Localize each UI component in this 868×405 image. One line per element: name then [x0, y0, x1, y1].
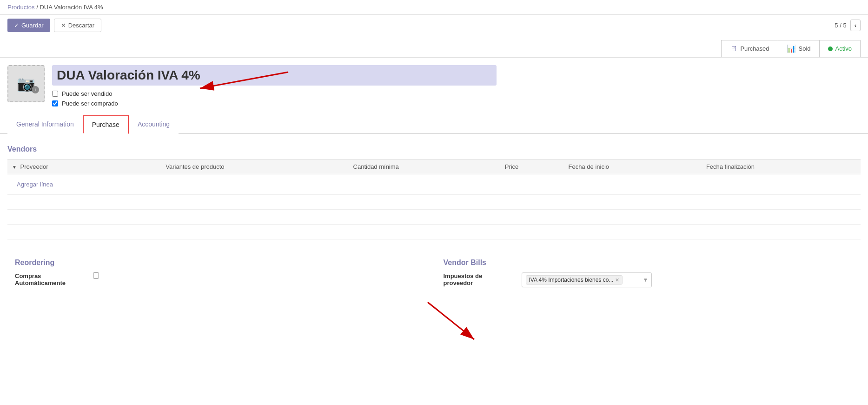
- col-price: Price: [500, 159, 564, 174]
- breadcrumb-current: DUA Valoración IVA 4%: [40, 4, 103, 11]
- vendor-bills-section: Vendor Bills Impuestos deproveedor IVA 4…: [444, 259, 854, 292]
- pagination-label: 5 / 5: [835, 22, 846, 29]
- tab-accounting[interactable]: Accounting: [129, 115, 179, 134]
- col-cantidad-minima: Cantidad mínima: [349, 159, 500, 174]
- col-proveedor: ▼ Proveedor: [7, 159, 161, 174]
- col-variantes: Variantes de producto: [161, 159, 348, 174]
- purchase-tab-content: Vendors ▼ Proveedor Variantes de product…: [0, 134, 868, 303]
- compras-automaticamente-label: ComprasAutomáticamente: [15, 272, 89, 286]
- purchased-stat-button[interactable]: 🖥 Purchased: [721, 40, 777, 57]
- vendors-section: Vendors ▼ Proveedor Variantes de product…: [7, 145, 861, 239]
- stat-buttons-row: 🖥 Purchased 📊 Sold Activo: [0, 36, 868, 58]
- table-row-empty-3: [7, 225, 861, 239]
- check-icon: ✓: [14, 22, 19, 29]
- vendors-section-title: Vendors: [7, 145, 861, 153]
- purchased-icon: 🖥: [730, 45, 737, 53]
- puede-ser-comprado-row: Puede ser comprado: [52, 100, 861, 107]
- product-header: 📷 + Puede ser vendido Puede ser comprado: [0, 58, 868, 110]
- add-line-cell: Agregar línea: [7, 174, 861, 195]
- tag-close-button[interactable]: ✕: [615, 277, 619, 283]
- plus-badge: +: [32, 86, 39, 93]
- breadcrumb-parent[interactable]: Productos: [7, 4, 35, 11]
- tax-tag-label: IVA 4% Importaciones bienes co...: [529, 277, 614, 283]
- reordering-title: Reordering: [15, 259, 425, 267]
- toolbar: ✓ Guardar ✕ Descartar 5 / 5 ‹: [0, 15, 868, 36]
- impuestos-proveedor-input[interactable]: IVA 4% Importaciones bienes co... ✕ ▼: [522, 272, 652, 287]
- puede-ser-comprado-label: Puede ser comprado: [62, 100, 118, 107]
- impuestos-proveedor-row: Impuestos deproveedor IVA 4% Importacion…: [444, 272, 854, 287]
- nav-prev-button[interactable]: ‹: [850, 20, 861, 31]
- vendors-table-header-row: ▼ Proveedor Variantes de producto Cantid…: [7, 159, 861, 174]
- compras-automaticamente-checkbox[interactable]: [93, 272, 99, 279]
- toolbar-right: 5 / 5 ‹: [835, 20, 861, 31]
- compras-automaticamente-row: ComprasAutomáticamente: [15, 272, 425, 286]
- col-fecha-fin: Fecha finalización: [702, 159, 861, 174]
- discard-label: Descartar: [68, 22, 94, 29]
- sold-stat-button[interactable]: 📊 Sold: [778, 40, 819, 57]
- toolbar-left: ✓ Guardar ✕ Descartar: [7, 19, 101, 32]
- tab-purchase[interactable]: Purchase: [83, 115, 129, 134]
- breadcrumb: Productos / DUA Valoración IVA 4%: [0, 0, 868, 15]
- puede-ser-vendido-label: Puede ser vendido: [62, 90, 112, 97]
- puede-ser-vendido-checkbox[interactable]: [52, 91, 58, 97]
- add-line-button[interactable]: Agregar línea: [12, 178, 58, 191]
- tax-tag: IVA 4% Importaciones bienes co... ✕: [526, 275, 623, 285]
- reordering-section: Reordering ComprasAutomáticamente: [15, 259, 425, 292]
- activo-label: Activo: [835, 45, 852, 52]
- table-row: Agregar línea: [7, 174, 861, 195]
- x-icon: ✕: [61, 22, 66, 29]
- dropdown-arrow-icon[interactable]: ▼: [643, 277, 649, 283]
- sort-icon: ▼: [12, 165, 17, 170]
- product-image-upload[interactable]: 📷 +: [7, 65, 45, 102]
- puede-ser-vendido-row: Puede ser vendido: [52, 90, 861, 97]
- impuestos-proveedor-label: Impuestos deproveedor: [444, 272, 518, 286]
- bottom-sections: Reordering ComprasAutomáticamente Vendor…: [7, 249, 861, 292]
- breadcrumb-separator: /: [36, 4, 38, 11]
- tabs: General Information Purchase Accounting: [0, 115, 868, 134]
- discard-button[interactable]: ✕ Descartar: [54, 19, 101, 32]
- purchased-label: Purchased: [740, 45, 769, 52]
- sold-icon: 📊: [787, 44, 796, 53]
- table-row-empty-2: [7, 210, 861, 225]
- save-button[interactable]: ✓ Guardar: [7, 19, 50, 32]
- product-name-section: Puede ser vendido Puede ser comprado: [52, 65, 861, 110]
- tab-general[interactable]: General Information: [7, 115, 83, 134]
- product-name-input[interactable]: [52, 65, 497, 86]
- vendor-bills-title: Vendor Bills: [444, 259, 854, 267]
- save-label: Guardar: [21, 22, 44, 29]
- sold-label: Sold: [799, 45, 811, 52]
- vendors-table: ▼ Proveedor Variantes de producto Cantid…: [7, 159, 861, 239]
- table-row-empty-1: [7, 195, 861, 210]
- puede-ser-comprado-checkbox[interactable]: [52, 100, 58, 106]
- activo-stat-button[interactable]: Activo: [819, 40, 861, 57]
- col-fecha-inicio: Fecha de inicio: [564, 159, 702, 174]
- activo-dot: [828, 46, 833, 51]
